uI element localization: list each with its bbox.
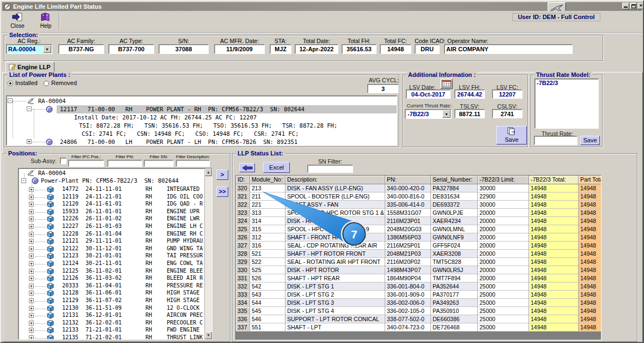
table-row[interactable]: 331526SHAFT - HPT REAR1864M90P04TMT7F894… xyxy=(236,274,601,282)
table-row[interactable]: 335545DISK - LPT STG 4336-002-105-0PA350… xyxy=(236,307,601,315)
column-header[interactable]: Module_No: xyxy=(250,176,285,184)
collapse-icon[interactable]: - xyxy=(8,98,13,103)
column-header[interactable]: Part Total: xyxy=(579,176,602,184)
thrust-rate-save-button[interactable]: Save xyxy=(580,136,600,145)
tree-row[interactable]: +1212129-11-11-01RHPUMP HYDRAUL xyxy=(19,238,204,245)
current-thrust-rate-combo[interactable]: -7B22/3 ▼ xyxy=(405,109,452,119)
move-all-button[interactable]: >> xyxy=(216,186,228,197)
table-row[interactable]: 336546SUPPORT - LPT ROTOR CONICAL338-077… xyxy=(236,315,601,323)
filter-input[interactable] xyxy=(176,160,210,167)
tree-row[interactable]: +1212230-11-12-01RHGND WING TAI xyxy=(19,245,204,252)
sub-assy-checkbox[interactable] xyxy=(60,158,66,164)
expand-icon[interactable]: + xyxy=(29,261,34,266)
tree-row[interactable]: Install Date: 2017-10-12 AC FH: 26744.25… xyxy=(7,113,397,122)
additional-info-save-button[interactable]: Save xyxy=(496,126,527,145)
expand-icon[interactable]: + xyxy=(29,202,34,207)
excel-button[interactable]: Excel xyxy=(263,162,290,173)
tree-row[interactable]: +1222826-11-01-04RHENGINE RH CO xyxy=(19,231,204,238)
expand-icon[interactable]: + xyxy=(29,216,34,221)
help-button[interactable]: Help xyxy=(35,12,57,31)
expand-icon[interactable]: + xyxy=(29,328,34,333)
expand-icon[interactable]: + xyxy=(29,306,34,311)
expand-icon[interactable]: + xyxy=(29,195,34,200)
filter-input[interactable] xyxy=(68,160,104,167)
tree-row[interactable]: +1477224-11-11-01RHINTEGRATED I xyxy=(19,186,204,193)
table-row[interactable]: 330525DISK - HPT ROTOR1498M43P07GWN0LR5J… xyxy=(236,266,601,274)
table-row[interactable]: 325315SPOOL - HPC ROTOR STG 4-92048M20G0… xyxy=(236,225,601,233)
expand-icon[interactable]: + xyxy=(29,232,34,237)
collapse-icon[interactable]: - xyxy=(21,178,26,183)
tree-row[interactable]: +1213036-11-51-09RH12 O-CLOCK S xyxy=(19,305,204,312)
expand-icon[interactable]: + xyxy=(29,254,34,258)
collapse-icon[interactable]: - xyxy=(27,106,32,111)
column-header[interactable]: Serial_Number: xyxy=(431,176,478,184)
table-row[interactable]: 320213DISK - FAN ASSY (LLP-ENG)340-000-4… xyxy=(236,184,601,192)
table-row[interactable]: 329522SEAL - ROTATING AIR HPT FRONT2116M… xyxy=(236,258,601,266)
column-header[interactable]: PN: xyxy=(385,176,431,184)
radio-removed[interactable]: Removed xyxy=(44,80,77,86)
tree-row[interactable]: +1212330-21-01-01RHTAI PRESSURE xyxy=(19,252,204,260)
table-row[interactable]: 332542DISK - LPT STG 1336-001-804-0PA352… xyxy=(236,282,601,291)
table-row[interactable]: 328521SHAFT - HPT ROTOR FRONT2048M21P03X… xyxy=(236,250,601,258)
table-row[interactable]: 334544DISK - LPT STG 3336-002-006-0PA349… xyxy=(236,299,601,307)
expand-icon[interactable]: + xyxy=(29,335,34,340)
expand-icon[interactable]: + xyxy=(27,139,32,144)
expand-icon[interactable]: + xyxy=(29,313,34,318)
tree-row[interactable]: +1222626-11-01-02RHENGINE LWR L xyxy=(19,215,204,222)
tree-row[interactable]: +1213136-12-01-01RHAIRCON PRECO xyxy=(19,312,204,319)
tree-row[interactable]: CSI: 2741 FC; CSN: 14948 FC; CSO: 14948 … xyxy=(7,130,397,138)
table-row[interactable]: 326312SHAFT - FRONT HPC ROTOR1386M56P03G… xyxy=(236,233,601,242)
tree-row[interactable]: +1593326-11-01-01RHENGINE UPR L xyxy=(19,208,204,215)
tree-row[interactable]: +1213571-21-02-01RHTHRUST LINK xyxy=(19,334,204,340)
back-button[interactable] xyxy=(239,163,255,172)
tree-row[interactable]: +1211924-11-21-01RHIDG OIL COOL xyxy=(19,194,204,201)
close-button[interactable]: Close xyxy=(7,12,28,31)
ac_reg-combo[interactable]: RA-00004▼ xyxy=(6,44,52,54)
expand-icon[interactable]: + xyxy=(29,321,34,326)
expand-icon[interactable]: + xyxy=(29,284,34,288)
tree-row[interactable]: +24806 71-00-00 LH POWER PLANT - LH PN: … xyxy=(7,138,397,146)
thrust-rate-model-list[interactable]: -7B22/3 xyxy=(534,79,599,129)
thrust-rate-input[interactable] xyxy=(534,136,578,145)
expand-icon[interactable]: + xyxy=(29,187,34,192)
table-row[interactable]: 322221SHAFT ASSY - FAN335-006-414-0DE693… xyxy=(236,201,601,209)
column-header[interactable]: -7B22/3 Total: xyxy=(529,176,579,184)
tree-row[interactable]: +1212936-11-07-02RHHIGH STAGE M xyxy=(19,297,204,304)
scroll-up-button[interactable]: ▲ xyxy=(205,169,212,176)
table-row[interactable]: 333543DISK - LPT STG 2336-001-909-0PA370… xyxy=(236,291,601,299)
table-row[interactable]: 327316SEAL - CDP ROTATING REAR AIR2116M2… xyxy=(236,242,601,250)
tree-row[interactable]: +1212536-11-02-01RHENGINE BLEED xyxy=(19,268,204,275)
tree-row[interactable]: +1212836-11-06-01RHHIGH STAGE V xyxy=(19,290,204,297)
scroll-down-button[interactable]: ▼ xyxy=(205,332,212,339)
tree-row[interactable]: +1222726-11-01-03RHENGINE LH CO xyxy=(19,223,204,230)
tree-row[interactable]: +1213236-12-02-01RHPRECOOLER CO xyxy=(19,320,204,327)
table-row[interactable]: 337551SHAFT - LPT340-074-723-0DE72646825… xyxy=(236,323,601,332)
tree-row[interactable]: TSI: 8872.28 FH; TSN: 35616.53 FH; TSO: … xyxy=(7,122,397,130)
tree-row[interactable]: -Power-Plant PN: CFM56-7B22/3 SN: 802644 xyxy=(19,177,204,185)
tree-row[interactable]: -RA-00004 xyxy=(7,97,397,105)
tree-row[interactable]: RA-00004 xyxy=(19,170,204,177)
tab-engine-llp[interactable]: Engine LLP xyxy=(5,62,54,73)
expand-icon[interactable]: + xyxy=(29,209,34,214)
move-one-button[interactable]: > xyxy=(216,170,228,180)
table-row[interactable]: 324314DISK - HPC STAGE 32116M23P01XAER42… xyxy=(236,217,601,225)
tree-row[interactable]: -12117 71-00-00 RH POWER PLANT - RH PN: … xyxy=(7,105,397,113)
column-header[interactable]: ID: xyxy=(236,176,250,184)
filter-input[interactable] xyxy=(107,160,142,167)
expand-icon[interactable]: + xyxy=(29,269,34,274)
table-row[interactable]: 323313SPOOL - FWD HPC ROTOR STG 1 & 2155… xyxy=(236,209,601,217)
column-header[interactable]: Description: xyxy=(285,176,385,184)
restore-button[interactable] xyxy=(630,3,637,9)
tree-row[interactable]: +1212636-11-03-02RHBLEED AIR RE xyxy=(19,275,204,282)
expand-icon[interactable]: + xyxy=(29,246,34,251)
table-row[interactable]: 321211SPOOL - BOOSTER (LLP-ENG)340-000-8… xyxy=(236,192,601,201)
expand-icon[interactable]: + xyxy=(29,239,34,244)
sn-filter-input[interactable] xyxy=(307,165,353,173)
tree-row[interactable]: +1212024-11-61-01RHIDG QAD - RE xyxy=(19,201,204,208)
combo-dropdown-button[interactable]: ▼ xyxy=(43,45,51,53)
tree-row[interactable]: +1212430-21-11-01RHENG COWL TAI xyxy=(19,260,204,267)
positions-scrollbar[interactable]: ▲▼ xyxy=(204,169,212,339)
expand-icon[interactable]: + xyxy=(29,298,34,303)
thrust-rate-model-item[interactable]: -7B22/3 xyxy=(535,79,598,87)
combo-dropdown-button[interactable]: ▼ xyxy=(442,110,451,118)
